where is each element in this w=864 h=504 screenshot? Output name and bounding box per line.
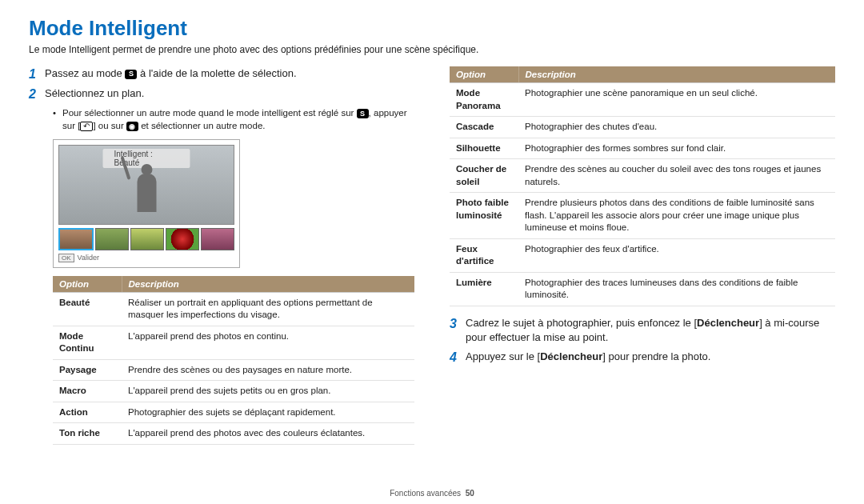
footer-page-number: 50: [466, 489, 474, 498]
table-row: CascadePhotographier des chutes d'eau.: [450, 117, 835, 138]
preview-figure: [129, 164, 165, 224]
step-1-text-pre: Passez au mode: [45, 67, 125, 79]
col-description: Description: [518, 66, 835, 83]
preview-box: Intelligent : Beauté OK Valider: [53, 139, 240, 268]
bullet-end: et sélectionner un autre mode.: [138, 121, 266, 130]
mode-s-icon: S: [125, 70, 137, 79]
step-2-text: Sélectionnez un plan.: [45, 86, 144, 101]
step-2: 2 Sélectionnez un plan.: [29, 86, 414, 102]
col-description: Description: [122, 276, 414, 293]
step-4-pre: Appuyez sur le [: [466, 350, 540, 362]
step-3-pre: Cadrez le sujet à photographier, puis en…: [466, 317, 697, 329]
ok-label: Valider: [78, 254, 99, 262]
table-row: LumièrePhotographier des traces lumineus…: [450, 272, 835, 306]
table-row: Feux d'artificePhotographier des feux d'…: [450, 238, 835, 272]
thumb: [166, 228, 199, 250]
table-row: MacroL'appareil prend des sujets petits …: [53, 381, 414, 402]
thumb-selected: [58, 228, 94, 250]
table-row: Coucher de soleilPrendre des scènes au c…: [450, 159, 835, 193]
camera-icon: ◉: [126, 122, 138, 131]
step-4-post: ] pour prendre la photo.: [602, 350, 710, 362]
preview-scene: Intelligent : Beauté: [58, 145, 234, 225]
step-4: 4 Appuyez sur le [Déclencheur] pour pren…: [450, 350, 835, 365]
back-icon: ↶: [80, 122, 93, 131]
step-2-bullet: • Pour sélectionner un autre mode quand …: [53, 106, 414, 132]
table-row: Mode PanoramaPhotographier une scène pan…: [450, 83, 835, 117]
table-row: Ton richeL'appareil prend des photos ave…: [53, 423, 414, 445]
table-row: ActionPhotographier des sujets se déplaç…: [53, 402, 414, 423]
thumb: [95, 228, 129, 250]
bullet-mid2: ] ou sur: [93, 121, 126, 130]
intro-text: Le mode Intelligent permet de prendre un…: [29, 44, 835, 55]
step-number: 2: [29, 86, 45, 102]
right-column: Option Description Mode PanoramaPhotogra…: [450, 66, 835, 445]
step-3-bold: Déclencheur: [697, 317, 759, 329]
col-option: Option: [450, 66, 518, 83]
footer-section: Fonctions avancées: [390, 489, 461, 498]
step-1-text-post: à l'aide de la molette de sélection.: [140, 67, 296, 79]
bullet-pre: Pour sélectionner un autre mode quand le…: [62, 108, 357, 118]
step-4-bold: Déclencheur: [540, 350, 602, 362]
step-number: 1: [29, 66, 45, 82]
page-footer: Fonctions avancées 50: [0, 489, 864, 498]
preview-ok-row: OK Valider: [58, 254, 234, 262]
step-number: 3: [450, 316, 466, 331]
table-row: Mode ContinuL'appareil prend des photos …: [53, 326, 414, 359]
thumb: [201, 228, 234, 250]
thumb: [130, 228, 164, 250]
table-row: Photo faible luminositéPrendre plusieurs…: [450, 193, 835, 239]
left-column: 1 Passez au mode S à l'aide de la molett…: [29, 66, 414, 445]
step-3: 3 Cadrez le sujet à photographier, puis …: [450, 316, 835, 345]
table-row: BeautéRéaliser un portrait en appliquant…: [53, 292, 414, 326]
preview-thumbnails: [58, 228, 234, 250]
step-1: 1 Passez au mode S à l'aide de la molett…: [29, 66, 414, 82]
table-row: PaysagePrendre des scènes ou des paysage…: [53, 359, 414, 381]
table-row: SilhouettePhotographier des formes sombr…: [450, 138, 835, 159]
options-table-right: Option Description Mode PanoramaPhotogra…: [450, 66, 835, 306]
step-number: 4: [450, 350, 466, 365]
page-title: Mode Intelligent: [29, 16, 835, 41]
options-table-left: Option Description BeautéRéaliser un por…: [53, 276, 414, 445]
mode-s-icon: S: [357, 109, 369, 118]
col-option: Option: [53, 276, 122, 293]
ok-icon: OK: [58, 254, 74, 262]
